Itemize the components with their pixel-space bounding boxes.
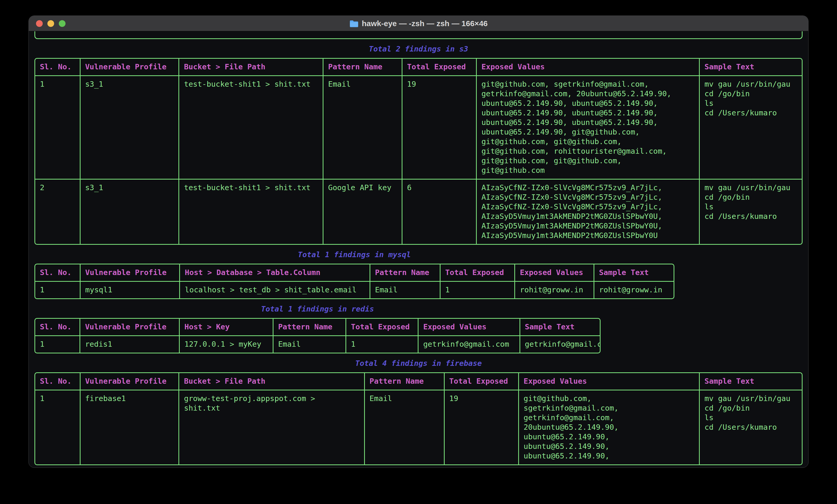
column-header: Pattern Name: [273, 319, 346, 336]
table-cell: Email: [365, 390, 445, 464]
column-header: Sl. No.: [35, 59, 81, 76]
column-header: Sl. No.: [35, 264, 81, 282]
table-cell: redis1: [80, 336, 180, 353]
column-header: Total Exposed: [445, 373, 519, 390]
header-row: Sl. No.Vulnerable ProfileHost > KeyPatte…: [35, 319, 600, 336]
table-cell: git@github.com, sgetrkinfo@gmail.com, ge…: [519, 390, 700, 464]
table-cell: localhost > test_db > shit_table.email: [180, 282, 370, 298]
column-header: Total Exposed: [403, 59, 477, 76]
column-header: Exposed Values: [477, 59, 700, 76]
column-header: Vulnerable Profile: [81, 59, 179, 76]
table-cell: Google API key: [323, 180, 403, 244]
table-cell: rohit@groww.in: [515, 282, 594, 298]
table-cell: 2: [35, 180, 81, 244]
table-cell: 1: [35, 390, 81, 464]
findings-count-heading: Total 1 findings in redis: [34, 304, 601, 314]
truncated-table-bottom-border: [34, 31, 803, 39]
column-header: Sl. No.: [35, 373, 81, 390]
table-cell: 127.0.0.1 > myKey: [180, 336, 273, 353]
table-cell: Email: [273, 336, 346, 353]
table-row: 1redis1127.0.0.1 > myKeyEmail1getrkinfo@…: [35, 336, 600, 353]
window-title: hawk-eye — -zsh — zsh — 166×46: [29, 19, 808, 28]
table-row: 1firebase1groww-test-proj.appspot.com > …: [35, 390, 802, 464]
findings-section-s3: Total 2 findings in s3Sl. No.Vulnerable …: [34, 44, 803, 245]
column-header: Sample Text: [594, 264, 674, 282]
table-cell: 19: [403, 76, 477, 180]
column-header: Sample Text: [700, 59, 802, 76]
column-header: Vulnerable Profile: [80, 319, 180, 336]
column-header: Total Exposed: [441, 264, 515, 282]
table-cell: 19: [445, 390, 519, 464]
minimize-button[interactable]: [48, 20, 54, 27]
column-header: Total Exposed: [346, 319, 418, 336]
table-cell: mv gau /usr/bin/gau cd /go/bin ls cd /Us…: [700, 76, 802, 180]
findings-table-firebase: Sl. No.Vulnerable ProfileBucket > File P…: [34, 372, 803, 465]
header-row: Sl. No.Vulnerable ProfileBucket > File P…: [35, 373, 802, 390]
folder-icon: [349, 20, 359, 27]
table-cell: groww-test-proj.appspot.com > shit.txt: [179, 390, 364, 464]
column-header: Exposed Values: [418, 319, 520, 336]
table-cell: Email: [370, 282, 441, 298]
column-header: Sl. No.: [35, 319, 80, 336]
table-cell: 1: [35, 76, 81, 180]
header-row: Sl. No.Vulnerable ProfileHost > Database…: [35, 264, 674, 282]
column-header: Host > Key: [180, 319, 273, 336]
findings-sections: Total 2 findings in s3Sl. No.Vulnerable …: [34, 44, 803, 465]
header-row: Sl. No.Vulnerable ProfileBucket > File P…: [35, 59, 802, 76]
column-header: Vulnerable Profile: [81, 264, 180, 282]
terminal-window: hawk-eye — -zsh — zsh — 166×46 Total 2 f…: [29, 16, 808, 468]
findings-section-firebase: Total 4 findings in firebaseSl. No.Vulne…: [34, 359, 803, 465]
table-cell: firebase1: [81, 390, 179, 464]
table-cell: 1: [35, 336, 80, 353]
column-header: Sample Text: [700, 373, 802, 390]
zoom-button[interactable]: [59, 20, 66, 27]
column-header: Pattern Name: [323, 59, 403, 76]
findings-count-heading: Total 1 findings in mysql: [34, 250, 674, 260]
table-cell: test-bucket-shit1 > shit.txt: [179, 76, 323, 180]
traffic-lights: [36, 16, 66, 31]
table-cell: mv gau /usr/bin/gau cd /go/bin ls cd /Us…: [700, 390, 802, 464]
table-cell: getrkinfo@gmail.com: [418, 336, 520, 353]
column-header: Exposed Values: [515, 264, 594, 282]
desktop-background: hawk-eye — -zsh — zsh — 166×46 Total 2 f…: [0, 0, 837, 504]
column-header: Host > Database > Table.Column: [180, 264, 370, 282]
table-cell: rohit@groww.in: [594, 282, 674, 298]
table-row: 1s3_1test-bucket-shit1 > shit.txtEmail19…: [35, 76, 802, 180]
column-header: Pattern Name: [365, 373, 445, 390]
findings-table-mysql: Sl. No.Vulnerable ProfileHost > Database…: [34, 264, 674, 299]
table-cell: Email: [323, 76, 403, 180]
findings-table-redis: Sl. No.Vulnerable ProfileHost > KeyPatte…: [34, 318, 601, 353]
findings-section-redis: Total 1 findings in redisSl. No.Vulnerab…: [34, 304, 803, 353]
terminal-content[interactable]: Total 2 findings in s3Sl. No.Vulnerable …: [29, 31, 808, 468]
findings-count-heading: Total 2 findings in s3: [34, 44, 803, 54]
findings-table-s3: Sl. No.Vulnerable ProfileBucket > File P…: [34, 58, 803, 245]
table-cell: 1: [35, 282, 81, 298]
table-cell: 6: [403, 180, 477, 244]
titlebar[interactable]: hawk-eye — -zsh — zsh — 166×46: [29, 16, 808, 31]
table-cell: AIzaSyCfNZ-IZx0-SlVcVg8MCr575zv9_Ar7jLc,…: [477, 180, 700, 244]
table-cell: s3_1: [81, 76, 179, 180]
column-header: Bucket > File Path: [179, 373, 364, 390]
table-cell: git@github.com, sgetrkinfo@gmail.com, ge…: [477, 76, 700, 180]
column-header: Sample Text: [520, 319, 600, 336]
findings-section-mysql: Total 1 findings in mysqlSl. No.Vulnerab…: [34, 250, 803, 299]
window-title-text: hawk-eye — -zsh — zsh — 166×46: [362, 19, 488, 28]
table-row: 2s3_1test-bucket-shit1 > shit.txtGoogle …: [35, 180, 802, 244]
table-row: 1mysql1localhost > test_db > shit_table.…: [35, 282, 674, 298]
column-header: Pattern Name: [370, 264, 441, 282]
table-cell: mv gau /usr/bin/gau cd /go/bin ls cd /Us…: [700, 180, 802, 244]
close-button[interactable]: [36, 20, 43, 27]
table-cell: 1: [441, 282, 515, 298]
column-header: Vulnerable Profile: [81, 373, 179, 390]
table-cell: mysql1: [81, 282, 180, 298]
column-header: Exposed Values: [519, 373, 700, 390]
table-cell: 1: [346, 336, 418, 353]
findings-count-heading: Total 4 findings in firebase: [34, 359, 803, 368]
table-cell: getrkinfo@gmail.com: [520, 336, 600, 353]
table-cell: test-bucket-shit1 > shit.txt: [179, 180, 323, 244]
table-cell: s3_1: [81, 180, 179, 244]
column-header: Bucket > File Path: [179, 59, 323, 76]
